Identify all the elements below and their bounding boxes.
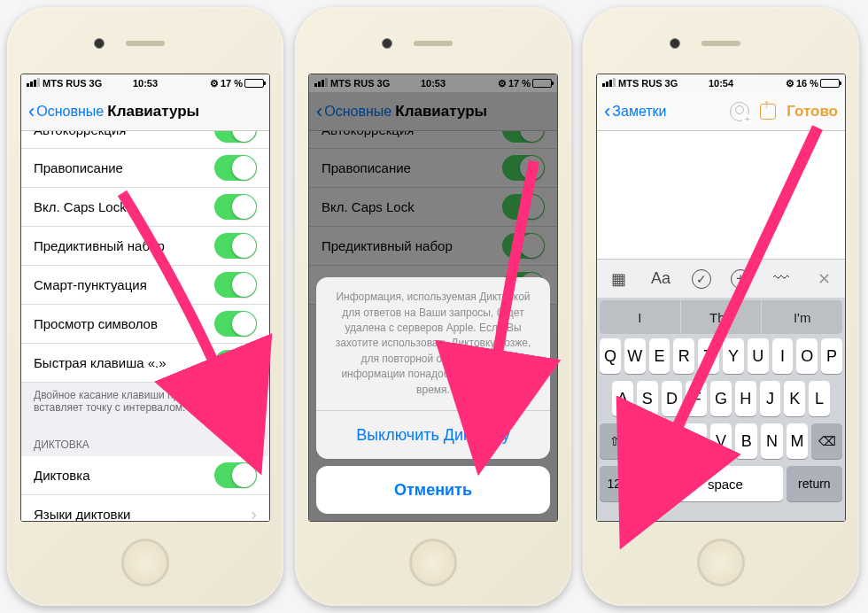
back-button[interactable]: ‹Основные xyxy=(28,102,104,121)
chevron-left-icon: ‹ xyxy=(28,102,35,121)
key-o[interactable]: O xyxy=(796,338,818,374)
key-space[interactable]: space xyxy=(668,466,783,501)
signal-icon xyxy=(602,78,616,87)
key-v[interactable]: V xyxy=(710,423,732,459)
toggle[interactable] xyxy=(214,462,257,488)
sketch-icon[interactable]: 〰 xyxy=(770,268,793,291)
status-bar: MTS RUS 3G 10:54 ⚙ 16 % xyxy=(597,74,845,92)
home-button[interactable] xyxy=(409,539,457,586)
key-h[interactable]: H xyxy=(735,381,756,416)
settings-indicator-icon: ⚙ xyxy=(498,78,507,89)
row-capslock[interactable]: Вкл. Caps Lock xyxy=(21,188,269,227)
format-toolbar: ▦ Aa ✓ ＋ 〰 ✕ xyxy=(597,259,845,298)
chevron-left-icon: ‹ xyxy=(604,102,610,121)
sheet-message: Информация, используемая Диктовкой для о… xyxy=(316,277,550,411)
share-icon[interactable] xyxy=(760,104,776,120)
add-icon[interactable]: ＋ xyxy=(731,269,750,289)
notes-nav: ‹Заметки Готово xyxy=(597,92,845,131)
row-dictation-langs[interactable]: Языки диктовки› xyxy=(21,495,269,521)
key-n[interactable]: N xyxy=(761,423,783,459)
chevron-right-icon: › xyxy=(251,504,257,521)
phone-settings-keyboard: MTS RUS 3G 10:53 ⚙ 17 % ‹Основные Клавиа… xyxy=(7,7,283,606)
home-button[interactable] xyxy=(121,539,169,586)
key-c[interactable]: C xyxy=(685,423,707,459)
back-button[interactable]: ‹Заметки xyxy=(604,102,667,121)
chevron-left-icon: ‹ xyxy=(316,102,322,121)
key-z[interactable]: Z xyxy=(634,423,656,459)
row-dictation[interactable]: Диктовка xyxy=(21,456,269,495)
table-icon[interactable]: ▦ xyxy=(607,268,630,291)
toggle[interactable] xyxy=(214,194,257,220)
settings-indicator-icon: ⚙ xyxy=(210,78,219,89)
row-predictive[interactable]: Предиктивный набор xyxy=(21,227,269,266)
toggle[interactable] xyxy=(214,311,257,337)
key-g[interactable]: G xyxy=(710,381,732,416)
toggle[interactable] xyxy=(214,155,257,181)
nav-title: Клавиатуры xyxy=(107,103,199,120)
key-row-1: Q W E R T Y U I O P xyxy=(600,338,842,374)
key-shift[interactable]: ⇧ xyxy=(600,423,631,459)
battery-icon xyxy=(532,79,552,88)
back-button[interactable]: ‹Основные xyxy=(316,102,391,121)
key-r[interactable]: R xyxy=(673,338,694,374)
key-t[interactable]: T xyxy=(698,338,719,374)
key-j[interactable]: J xyxy=(760,381,781,416)
key-delete[interactable]: ⌫ xyxy=(811,423,842,459)
nav-bar: ‹Основные Клавиатуры xyxy=(309,92,557,131)
checklist-icon[interactable]: ✓ xyxy=(692,269,711,289)
cancel-button[interactable]: Отменить xyxy=(316,466,550,514)
key-f[interactable]: F xyxy=(686,381,707,416)
key-return[interactable]: return xyxy=(787,466,842,501)
row-autocorrect[interactable]: Автокоррекция xyxy=(21,131,269,149)
key-k[interactable]: K xyxy=(784,381,805,416)
toggle[interactable] xyxy=(214,272,257,298)
toggle[interactable] xyxy=(214,233,257,259)
key-row-3: ⇧ Z X C V B N M ⌫ xyxy=(600,423,842,459)
key-globe[interactable]: 🌐 xyxy=(639,466,664,501)
key-b[interactable]: B xyxy=(735,423,757,459)
close-icon[interactable]: ✕ xyxy=(812,268,835,291)
suggestion[interactable]: The xyxy=(681,300,762,334)
nav-bar: ‹Основные Клавиатуры xyxy=(21,92,269,131)
key-d[interactable]: D xyxy=(662,381,683,416)
phone-notes-keyboard: MTS RUS 3G 10:54 ⚙ 16 % ‹Заметки Готово … xyxy=(583,7,859,606)
key-numbers[interactable]: 123 xyxy=(600,466,635,501)
key-l[interactable]: L xyxy=(809,381,830,416)
globe-icon: 🌐 xyxy=(644,477,659,491)
home-button[interactable] xyxy=(697,539,745,586)
row-dot-shortcut[interactable]: Быстрая клавиша «.» xyxy=(21,344,269,383)
footer-note: Двойное касание клавиши пробела вставляе… xyxy=(21,383,269,426)
text-format-icon[interactable]: Aa xyxy=(649,268,672,291)
battery-percent: 17 % xyxy=(221,78,243,89)
key-y[interactable]: Y xyxy=(723,338,744,374)
battery-icon xyxy=(244,79,264,88)
signal-icon xyxy=(314,78,328,87)
add-people-icon[interactable] xyxy=(730,102,749,121)
key-p[interactable]: P xyxy=(821,338,842,374)
key-w[interactable]: W xyxy=(624,338,646,374)
suggestion[interactable]: I xyxy=(600,300,680,334)
row-smartpunct[interactable]: Смарт-пунктуация xyxy=(21,266,269,305)
key-a[interactable]: A xyxy=(612,381,633,416)
battery-percent: 17 % xyxy=(508,78,531,89)
key-row-2: A S D F G H J K L xyxy=(600,381,842,416)
row-spelling[interactable]: Правописание xyxy=(21,149,269,188)
disable-dictation-button[interactable]: Выключить Диктовку xyxy=(316,411,550,459)
signal-icon xyxy=(27,78,40,87)
phone-settings-actionsheet: MTS RUS 3G 10:53 ⚙ 17 % ‹Основные Клавиа… xyxy=(295,7,571,606)
toggle[interactable] xyxy=(214,350,257,376)
done-button[interactable]: Готово xyxy=(787,103,838,120)
keyboard: I The I'm Q W E R T Y U I O P A S D F xyxy=(597,298,845,521)
key-i[interactable]: I xyxy=(772,338,794,374)
key-x[interactable]: X xyxy=(659,423,681,459)
key-e[interactable]: E xyxy=(649,338,670,374)
suggestion[interactable]: I'm xyxy=(762,300,842,334)
key-row-4: 123 🌐 space return xyxy=(600,466,842,501)
row-charpreview[interactable]: Просмотр символов xyxy=(21,305,269,344)
key-u[interactable]: U xyxy=(748,338,769,374)
toggle[interactable] xyxy=(214,131,257,143)
battery-icon xyxy=(820,79,840,88)
key-s[interactable]: S xyxy=(637,381,658,416)
key-m[interactable]: M xyxy=(787,423,809,459)
key-q[interactable]: Q xyxy=(600,338,621,374)
